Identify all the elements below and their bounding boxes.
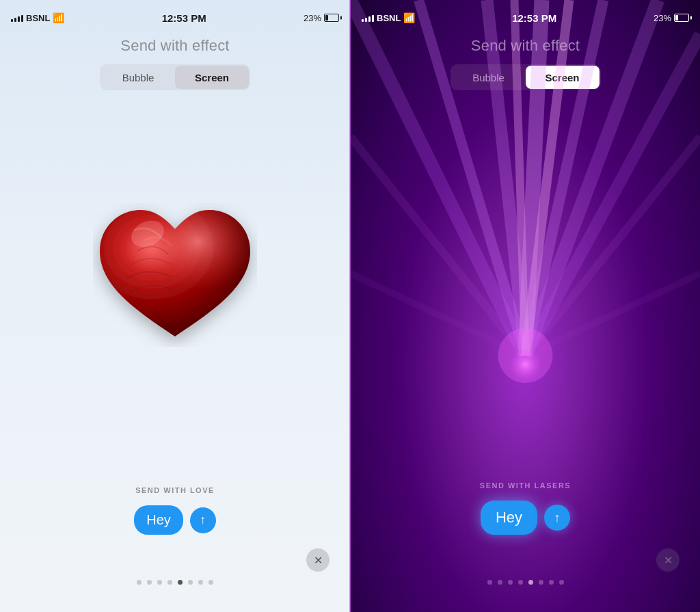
right-carrier-signal: BSNL 📶 [362, 12, 415, 23]
right-message-bubble: Hey [481, 501, 537, 535]
right-dot-8 [559, 580, 564, 585]
right-battery-percent: 23% [654, 13, 671, 23]
left-phone-screen: BSNL 📶 12:53 PM 23% Send with effect Bub… [0, 0, 350, 612]
left-message-row: Hey ↑ [134, 505, 216, 535]
right-time: 12:53 PM [512, 12, 556, 24]
right-content-area [351, 90, 700, 481]
left-dot-1 [137, 580, 142, 585]
right-dot-5-active [528, 580, 533, 585]
left-dot-6 [188, 580, 193, 585]
left-dot-7 [198, 580, 203, 585]
left-page-dots [137, 580, 213, 585]
signal-bars-icon [11, 14, 23, 22]
heart-icon [93, 203, 257, 347]
right-page-dots [487, 580, 564, 585]
left-close-button[interactable]: ✕ [306, 548, 329, 572]
left-carrier-name: BSNL [26, 13, 50, 23]
right-close-button[interactable]: ✕ [656, 548, 679, 572]
left-segmented-control[interactable]: Bubble Screen [100, 64, 250, 90]
right-phone-screen: BSNL 📶 12:53 PM 23% Send with effect Bub… [350, 0, 700, 612]
left-message-bubble: Hey [134, 505, 183, 535]
right-battery-icon [674, 14, 689, 22]
right-message-row: Hey ↑ [481, 501, 570, 535]
right-dot-4 [518, 580, 523, 585]
right-signal-bars-icon [362, 14, 374, 22]
right-dot-6 [539, 580, 543, 585]
right-effect-label: SEND WITH LASERS [480, 481, 571, 490]
right-tab-screen[interactable]: Screen [526, 66, 600, 89]
left-battery-icon [324, 14, 339, 22]
left-status-bar: BSNL 📶 12:53 PM 23% [0, 0, 350, 30]
left-carrier-signal: BSNL 📶 [11, 12, 64, 23]
right-dot-7 [549, 580, 554, 585]
left-time: 12:53 PM [162, 12, 206, 24]
left-wifi-icon: 📶 [53, 12, 64, 23]
right-title: Send with effect [471, 37, 580, 55]
left-battery: 23% [304, 13, 339, 23]
left-dot-5-active [178, 580, 183, 585]
left-dot-4 [167, 580, 172, 585]
right-send-button[interactable]: ↑ [544, 505, 570, 531]
left-title: Send with effect [120, 37, 229, 55]
heart-effect-container [93, 203, 257, 347]
left-content-area [0, 90, 350, 486]
right-status-bar: BSNL 📶 12:53 PM 23% [351, 0, 700, 30]
right-dot-1 [487, 580, 492, 585]
right-battery: 23% [654, 13, 689, 23]
left-tab-screen[interactable]: Screen [175, 66, 249, 89]
left-bottom-area: SEND WITH LOVE Hey ↑ ✕ [0, 486, 350, 612]
right-wifi-icon: 📶 [403, 12, 415, 23]
right-bottom-area: SEND WITH LASERS Hey ↑ ✕ [351, 481, 700, 612]
right-dot-3 [508, 580, 513, 585]
right-dot-2 [498, 580, 502, 585]
right-segmented-control[interactable]: Bubble Screen [450, 64, 601, 90]
left-dot-8 [208, 580, 213, 585]
left-send-button[interactable]: ↑ [190, 507, 216, 533]
left-dot-3 [157, 580, 162, 585]
left-tab-bubble[interactable]: Bubble [101, 66, 175, 89]
left-battery-percent: 23% [304, 13, 321, 23]
left-effect-label: SEND WITH LOVE [135, 486, 215, 494]
right-carrier-name: BSNL [377, 13, 401, 23]
right-tab-bubble[interactable]: Bubble [452, 66, 526, 89]
left-dot-2 [147, 580, 152, 585]
